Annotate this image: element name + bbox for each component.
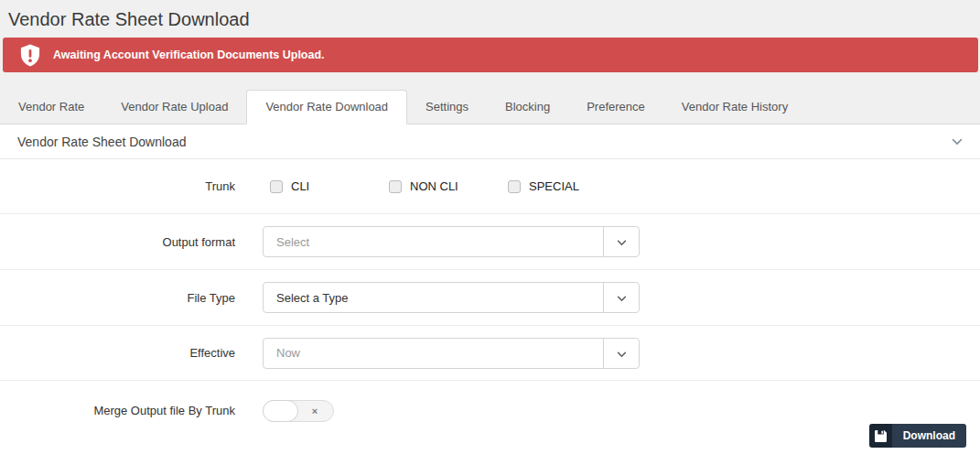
cli-checkbox[interactable] (270, 180, 283, 193)
verification-alert-banner: Awaiting Account Verification Documents … (3, 38, 978, 72)
non-cli-checkbox[interactable] (389, 180, 402, 193)
output-format-dropdown-button[interactable] (603, 227, 639, 256)
download-button-label: Download (892, 424, 966, 448)
effective-dropdown-button[interactable] (603, 339, 639, 368)
main-panel: Vendor Rate Sheet Download Trunk CLI NON… (0, 124, 980, 465)
effective-label: Effective (0, 346, 235, 360)
chevron-down-icon (617, 345, 627, 362)
cli-checkbox-label: CLI (291, 179, 309, 193)
output-format-select[interactable]: Select (263, 226, 640, 257)
special-checkbox-label: SPECIAL (529, 179, 579, 193)
file-type-row: File Type Select a Type (0, 270, 980, 326)
special-checkbox[interactable] (508, 180, 521, 193)
alert-message: Awaiting Account Verification Documents … (53, 49, 325, 61)
panel-title: Vendor Rate Sheet Download (17, 135, 186, 149)
merge-label: Merge Output file By Trunk (0, 400, 235, 422)
tab-vendor-rate-download[interactable]: Vendor Rate Download (246, 90, 407, 124)
tab-settings[interactable]: Settings (407, 90, 487, 124)
chevron-down-icon (617, 233, 627, 250)
toggle-knob[interactable] (263, 400, 298, 422)
output-format-row: Output format Select (0, 214, 980, 270)
tab-bar: Vendor Rate Vendor Rate Upload Vendor Ra… (0, 90, 980, 124)
save-icon (869, 424, 892, 448)
tab-vendor-rate[interactable]: Vendor Rate (0, 90, 102, 124)
tab-vendor-rate-upload[interactable]: Vendor Rate Upload (102, 90, 246, 124)
checkbox-item-non-cli[interactable]: NON CLI (382, 179, 501, 193)
tab-preference[interactable]: Preference (568, 90, 663, 124)
effective-select[interactable]: Now (263, 338, 640, 369)
effective-value: Now (264, 339, 603, 368)
trunk-row: Trunk CLI NON CLI SPECIAL (0, 159, 980, 214)
chevron-down-icon[interactable] (952, 138, 963, 146)
tab-vendor-rate-history[interactable]: Vendor Rate History (663, 90, 806, 124)
merge-toggle-switch[interactable]: × (263, 400, 334, 422)
output-format-value: Select (264, 227, 603, 256)
shield-exclamation-icon (20, 44, 40, 67)
file-type-select[interactable]: Select a Type (263, 282, 640, 313)
download-button[interactable]: Download (869, 424, 966, 448)
chevron-down-icon (617, 289, 627, 306)
page-title: Vendor Rate Sheet Download (0, 0, 980, 31)
checkbox-item-special[interactable]: SPECIAL (501, 179, 619, 193)
trunk-label: Trunk (0, 179, 235, 193)
tab-blocking[interactable]: Blocking (487, 90, 568, 124)
file-type-dropdown-button[interactable] (603, 283, 639, 312)
output-format-label: Output format (0, 235, 235, 249)
checkbox-item-cli[interactable]: CLI (263, 179, 382, 193)
effective-row: Effective Now (0, 326, 980, 381)
file-type-label: File Type (0, 291, 235, 305)
toggle-off-label: × (296, 401, 333, 421)
file-type-value: Select a Type (264, 283, 603, 312)
panel-header[interactable]: Vendor Rate Sheet Download (0, 124, 980, 159)
non-cli-checkbox-label: NON CLI (410, 179, 458, 193)
merge-row: Merge Output file By Trunk × Download (0, 381, 980, 465)
